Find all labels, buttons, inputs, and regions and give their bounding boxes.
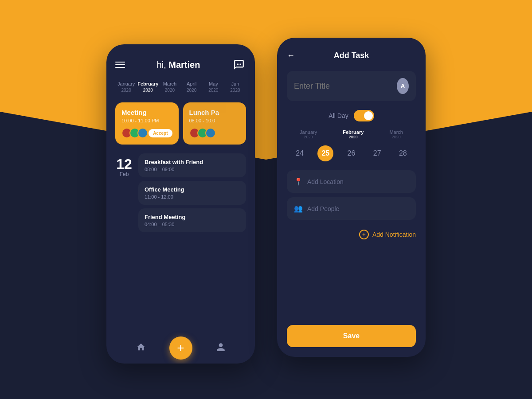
greeting-text: hi, Martien [157,60,200,70]
people-placeholder: Add People [307,205,339,212]
location-placeholder: Add Location [307,178,344,185]
right-month-february[interactable]: February 2020 [343,129,364,139]
right-month-march[interactable]: March 2020 [389,129,403,139]
user-avatar-button[interactable]: A [397,78,409,94]
task-breakfast-time: 08:00 – 09:00 [145,167,240,172]
left-phone: hi, Martien January 2020 [106,44,255,364]
day-25[interactable]: 25 [317,145,333,161]
all-day-label: All Day [329,112,348,119]
notification-icon: + [359,230,369,239]
meeting-title: Meeting [121,109,172,116]
right-month-january[interactable]: January 2020 [300,129,317,139]
phone-header: hi, Martien [115,58,246,72]
date-number: 12 [116,157,132,171]
month-january[interactable]: January 2020 [115,81,137,94]
date-scroller: January 2020 February 2020 March 2020 24… [287,129,416,161]
notification-label: Add Notification [372,231,416,238]
toggle-knob [364,111,373,120]
days-row: 24 25 26 27 28 [287,145,416,161]
lunch-footer [189,128,240,138]
username: Martien [168,60,200,70]
add-task-title: Add Task [334,51,369,60]
meeting-avatars [121,128,148,138]
save-button[interactable]: Save [287,325,416,347]
tasks-list: Breakfast with Friend 08:00 – 09:00 Offi… [138,153,246,332]
meeting-footer: Accept [121,128,172,138]
chat-icon[interactable] [232,58,246,72]
title-input-wrapper: A [287,71,416,101]
date-tasks: 12 Feb Breakfast with Friend 08:00 – 09:… [115,153,246,332]
lunch-avatars [189,128,216,138]
menu-icon[interactable] [115,62,125,68]
add-button-label: + [177,341,184,355]
date-month: Feb [120,171,129,177]
right-phone: ← Add Task A All Day January [277,38,426,357]
accept-button[interactable]: Accept [149,129,172,137]
svg-point-2 [240,64,241,65]
day-24[interactable]: 24 [292,145,308,161]
svg-point-1 [239,64,240,65]
task-breakfast-title: Breakfast with Friend [145,159,240,165]
day-28[interactable]: 28 [395,145,411,161]
avatar-3 [137,128,148,138]
location-icon: 📍 [294,177,303,186]
lunch-title: Lunch Pa [189,109,240,116]
meeting-time: 10:00 - 11:00 PM [121,118,172,123]
event-cards-row: Meeting 10:00 - 11:00 PM Accept Lunch Pa… [115,102,246,145]
add-button[interactable]: + [169,336,192,360]
meeting-card[interactable]: Meeting 10:00 - 11:00 PM Accept [115,102,179,145]
month-march[interactable]: March 2020 [159,81,180,94]
lunch-card[interactable]: Lunch Pa 08:00 - 10:0 [183,102,246,145]
date-label: 12 Feb [115,153,133,332]
people-icon: 👥 [294,204,303,213]
svg-point-0 [237,64,238,65]
add-task-header: ← Add Task [287,51,416,60]
lunch-time: 08:00 - 10:0 [189,118,240,123]
profile-icon[interactable] [216,342,226,354]
task-friend-time: 04:00 – 05:30 [145,222,240,227]
title-input[interactable] [294,82,397,91]
task-breakfast[interactable]: Breakfast with Friend 08:00 – 09:00 [138,153,246,177]
location-field[interactable]: 📍 Add Location [287,170,416,193]
day-26[interactable]: 26 [343,145,359,161]
bottom-nav: + [115,332,246,364]
task-office-title: Office Meeting [145,186,240,193]
task-friend-meeting[interactable]: Friend Meeting 04:00 – 05:30 [138,208,246,232]
month-april[interactable]: April 2020 [181,81,203,94]
all-day-row: All Day [287,110,416,121]
back-button[interactable]: ← [287,51,295,60]
right-month-row: January 2020 February 2020 March 2020 [287,129,416,139]
day-27[interactable]: 27 [369,145,385,161]
home-icon[interactable] [136,342,146,354]
all-day-toggle[interactable] [354,110,374,121]
task-friend-title: Friend Meeting [145,214,240,220]
notification-row[interactable]: + Add Notification [287,230,416,239]
task-office-time: 11:00 - 12:00 [145,194,240,200]
month-may[interactable]: May 2020 [203,81,224,94]
lunch-avatar-3 [205,128,216,138]
month-february[interactable]: February 2020 [137,81,159,94]
month-selector: January 2020 February 2020 March 2020 Ap… [115,81,246,94]
task-office-meeting[interactable]: Office Meeting 11:00 - 12:00 [138,181,246,205]
month-june[interactable]: Jun 2020 [224,81,246,94]
people-field[interactable]: 👥 Add People [287,197,416,220]
greeting-prefix: hi, [157,60,169,70]
